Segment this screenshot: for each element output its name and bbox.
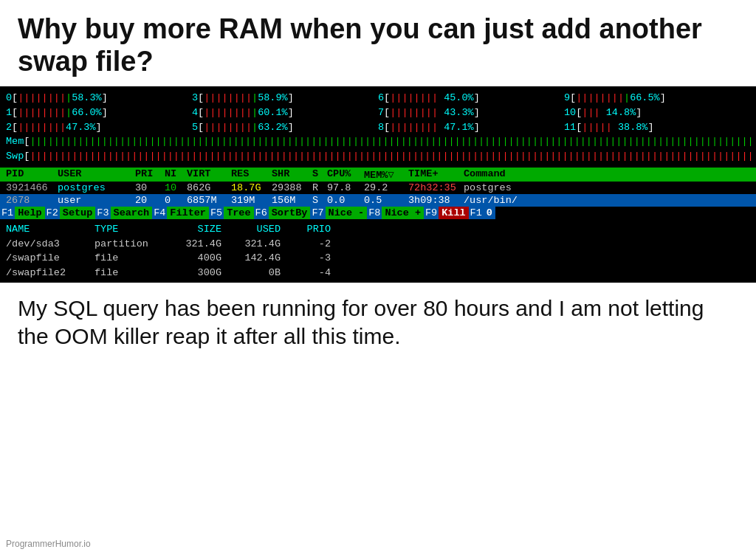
top-text: Why buy more RAM when you can just add a…: [0, 0, 756, 86]
cpu-row-10: 10[||| 14.8%]: [564, 106, 750, 120]
cpu-row-9: 9[|||||||||66.5%]: [564, 91, 750, 106]
col-header-shr: SHR: [272, 168, 312, 181]
fn-f9-kill[interactable]: F9 Kill: [424, 207, 469, 219]
fn-f1-help[interactable]: F1 Help: [0, 207, 45, 219]
fn-f2-setup[interactable]: F2 Setup: [45, 207, 96, 219]
fn-f6-sortby[interactable]: F6 SortBy: [254, 207, 311, 219]
cpu-row-3: 3[|||||||||58.9%]: [192, 91, 378, 106]
fn-f5-tree[interactable]: F5 Tree: [209, 207, 254, 219]
swap-row-swapfile: /swapfile file 400G 142.4G -3: [6, 251, 750, 266]
col-header-s: S: [312, 168, 327, 181]
col-header-res: RES: [231, 168, 272, 181]
cpu-row-8: 8[|||||||| 47.1%]: [378, 120, 564, 135]
terminal: 0[|||||||||58.3%] 3[|||||||||58.9%] 6[||…: [0, 86, 756, 168]
cpu-row-7: 7[|||||||| 43.3%]: [378, 106, 564, 120]
cpu-row-11: 11[||||| 38.8%]: [564, 120, 750, 135]
col-header-command: Command: [464, 168, 750, 181]
cpu-row-1: 1[|||||||||66.0%]: [6, 106, 192, 120]
process-row-2: 2678 user 20 0 6857M 319M 156M S 0.0 0.5…: [0, 194, 756, 207]
fn-f7-nice-minus[interactable]: F7 Nice -: [310, 207, 367, 219]
swap-header-row: NAME TYPE SIZE USED PRIO: [6, 222, 750, 237]
swp-row: Swp[||||||||||||||||||||||||||||||||||||…: [6, 149, 750, 164]
swap-row-sda3: /dev/sda3 partition 321.4G 321.4G -2: [6, 237, 750, 252]
fn-f8-nice-plus[interactable]: F8 Nice +: [367, 207, 424, 219]
cpu-row-6: 6[|||||||| 45.0%]: [378, 91, 564, 106]
fn-f4-filter[interactable]: F4 Filter: [152, 207, 209, 219]
bottom-text: My SQL query has been running for over 8…: [0, 283, 756, 357]
col-header-time: TIME+: [408, 168, 464, 181]
process-row-1: 3921466 postgres 30 10 862G 18.7G 29388 …: [0, 182, 756, 194]
col-header-ni: NI: [165, 168, 187, 181]
col-header-virt: VIRT: [187, 168, 231, 181]
swap-row-swapfile2: /swapfile2 file 300G 0B -4: [6, 266, 750, 280]
col-header-pid: PID: [6, 168, 58, 181]
cpu-row-5: 5[|||||||||63.2%]: [192, 120, 378, 135]
fn-f3-search[interactable]: F3 Search: [95, 207, 152, 219]
cpu-row-4: 4[|||||||||60.1%]: [192, 106, 378, 120]
col-header-pri: PRI: [135, 168, 165, 181]
cpu-row-2: 2[||||||||47.3%]: [6, 120, 192, 135]
fn-f10[interactable]: F1 0: [469, 207, 495, 219]
col-header-cpu: CPU%: [327, 168, 364, 181]
htop-header: PID USER PRI NI VIRT RES SHR S CPU% MEM%…: [0, 168, 756, 182]
cpu-row-0: 0[|||||||||58.3%]: [6, 91, 192, 106]
swap-table: NAME TYPE SIZE USED PRIO /dev/sda3 parti…: [0, 219, 756, 283]
col-header-user: USER: [58, 168, 135, 181]
watermark: ProgrammerHumor.io: [6, 539, 91, 549]
function-bar: F1 Help F2 Setup F3 Search F4 Filter F5 …: [0, 207, 756, 219]
col-header-mem: MEM%▽: [364, 168, 408, 181]
cpu-grid: 0[|||||||||58.3%] 3[|||||||||58.9%] 6[||…: [6, 91, 750, 134]
mem-row: Mem[||||||||||||||||||||||||||||||||||||…: [6, 134, 750, 149]
